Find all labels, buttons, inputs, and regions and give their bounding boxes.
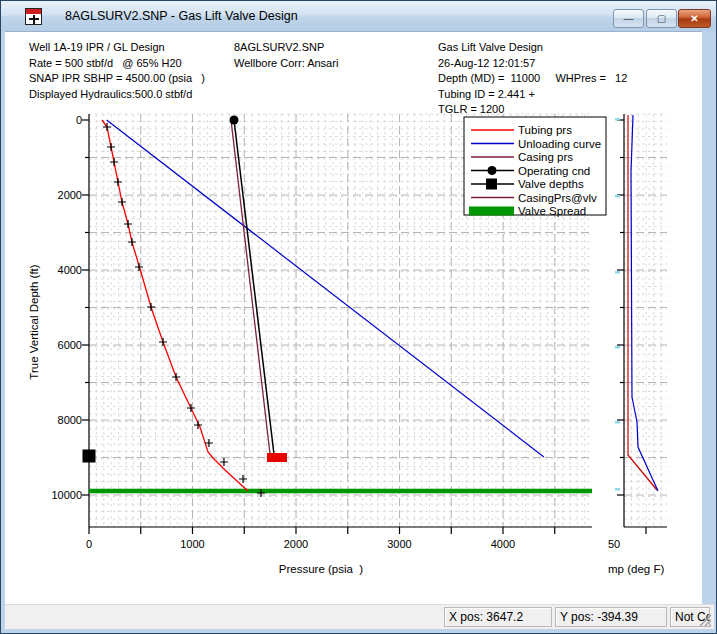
tubing-id: Tubing ID = 2.441 +	[438, 88, 535, 100]
maximize-button[interactable]: ▢	[646, 9, 677, 28]
mini-cyan-tick	[615, 488, 620, 491]
file-name: 8AGLSURV2.SNP	[234, 41, 324, 53]
design-title: Gas Lift Valve Design	[438, 41, 543, 53]
svg-text:0: 0	[76, 114, 82, 126]
legend-swatch-bar	[469, 207, 514, 216]
mini-cyan-tick	[615, 421, 620, 424]
window-title: 8AGLSURV2.SNP - Gas Lift Valve Design	[65, 1, 298, 31]
mini-x-axis-label: mp (deg F)	[608, 563, 664, 575]
resize-grip[interactable]	[699, 614, 712, 627]
svg-text:2000: 2000	[284, 538, 308, 550]
svg-text:6000: 6000	[58, 339, 82, 351]
svg-text:2000: 2000	[58, 189, 82, 201]
svg-text:0: 0	[86, 538, 92, 550]
y-axis-label: True Vertical Depth (ft)	[28, 264, 40, 379]
status-x-pos: X pos: 3647.2	[444, 607, 552, 627]
legend-label-operating: Operating cnd	[518, 165, 590, 177]
header-block-design: Gas Lift Valve Design 26-Aug-12 12:01:57…	[438, 41, 627, 115]
legend-label-spread: Valve Spread	[518, 205, 586, 217]
series-tubing-prs	[102, 120, 248, 491]
svg-text:3000: 3000	[387, 538, 411, 550]
app-icon	[25, 8, 42, 25]
casing-at-valve-marker	[267, 453, 287, 462]
mini-cyan-tick	[615, 346, 620, 349]
valve-depth-square	[83, 450, 96, 463]
titlebar[interactable]: 8AGLSURV2.SNP - Gas Lift Valve Design — …	[1, 1, 717, 31]
legend-swatch-circle	[488, 166, 497, 175]
status-y-pos: Y pos: -394.39	[555, 607, 667, 627]
rate-line: Rate = 500 stbf/d @ 65% H20	[29, 57, 182, 69]
svg-text:10000: 10000	[51, 489, 82, 501]
sbhp-line: SNAP IPR SBHP = 4500.00 (psia )	[29, 72, 205, 84]
close-button[interactable]: ✕	[678, 9, 711, 28]
hydraulics-line: Displayed Hydraulics:500.0 stbf/d	[29, 88, 192, 100]
legend-label-csgatvlv: CasingPrs@vlv	[518, 192, 597, 204]
app-window: 8AGLSURV2.SNP - Gas Lift Valve Design — …	[0, 0, 717, 634]
legend-label-tubing: Tubing prs	[518, 124, 572, 136]
mini-cyan-tick	[615, 118, 620, 121]
mini-cyan-tick	[615, 195, 620, 198]
header-block-file: 8AGLSURV2.SNP Wellbore Corr: Ansari	[234, 41, 338, 69]
wellbore-corr: Wellbore Corr: Ansari	[234, 57, 338, 69]
svg-text:1000: 1000	[180, 538, 204, 550]
svg-text:4000: 4000	[58, 264, 82, 276]
legend-box: Tubing prs Unloading curve Casing prs Op…	[464, 117, 606, 217]
minimize-button[interactable]: —	[613, 9, 644, 28]
app-icon-cross	[29, 18, 39, 20]
app-icon-bar	[26, 9, 41, 14]
svg-text:8000: 8000	[58, 414, 82, 426]
tglr: TGLR = 1200	[438, 103, 504, 115]
depth-whpres: Depth (MD) = 11000 WHPres = 12	[438, 72, 627, 84]
header-block-well: Well 1A-19 IPR / GL Design Rate = 500 st…	[29, 41, 205, 100]
mini-x-tick-label: 50	[608, 538, 620, 550]
status-bar: X pos: 3647.2 Y pos: -394.39 Not Compute…	[5, 604, 714, 629]
svg-text:4000: 4000	[491, 538, 515, 550]
chart-canvas[interactable]: Well 1A-19 IPR / GL Design Rate = 500 st…	[5, 32, 702, 605]
mini-temp-red-curve	[628, 115, 657, 490]
mini-cyan-tick	[615, 271, 620, 274]
mini-temp-blue-curve	[631, 115, 658, 491]
well-info-line: Well 1A-19 IPR / GL Design	[29, 41, 165, 53]
x-axis-label: Pressure (psia )	[279, 563, 364, 575]
legend-label-unloading: Unloading curve	[518, 138, 601, 150]
legend-swatch-square	[486, 179, 497, 190]
legend-label-casing: Casing prs	[518, 151, 573, 163]
design-date: 26-Aug-12 12:01:57	[438, 57, 535, 69]
client-area: Well 1A-19 IPR / GL Design Rate = 500 st…	[5, 31, 702, 604]
legend-label-valvedep: Valve depths	[518, 178, 584, 190]
